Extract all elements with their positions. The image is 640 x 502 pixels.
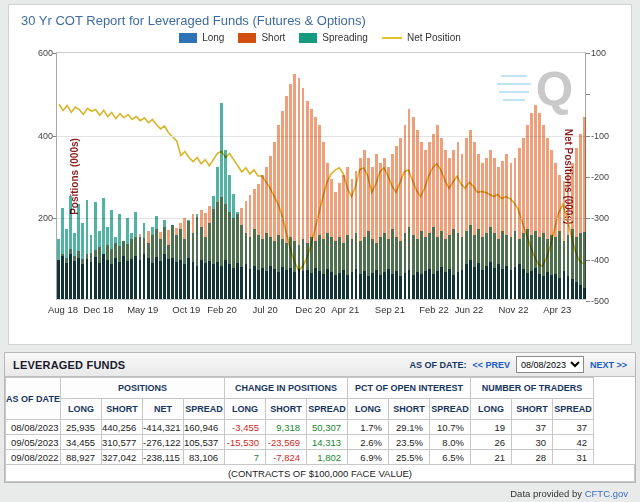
bar-group — [542, 51, 545, 299]
col-group-change-in-positions: CHANGE IN POSITIONS — [225, 378, 348, 399]
tick-mark — [52, 218, 56, 219]
bar-group — [391, 51, 394, 299]
bar-group — [293, 51, 296, 299]
bar-long — [77, 258, 80, 299]
cell-position: 105,537 — [184, 435, 225, 450]
cell-change: -23,569 — [266, 435, 307, 450]
bar-group — [126, 51, 129, 299]
bar-group — [351, 51, 354, 299]
bar-group — [530, 51, 533, 299]
bar-long — [69, 254, 72, 299]
bar-group — [167, 51, 170, 299]
x-axis-tick: Dec 18 — [83, 304, 113, 315]
bar-long — [518, 264, 521, 299]
bar-group — [261, 51, 264, 299]
table-row: 08/08/202325,935440,256-414,321160,946-3… — [6, 420, 635, 435]
bar-long — [65, 263, 68, 299]
cell-date: 09/05/2023 — [6, 435, 61, 450]
bar-group — [342, 51, 345, 299]
cell-position: 440,256 — [102, 420, 143, 435]
bar-long — [424, 271, 427, 299]
bar-group — [232, 51, 235, 299]
bar-long — [224, 260, 227, 299]
bar-long — [265, 271, 268, 299]
bar-long — [514, 267, 517, 299]
bar-long — [208, 261, 211, 299]
cell-date: 08/08/2023 — [6, 420, 61, 435]
prev-link[interactable]: << PREV — [472, 360, 510, 370]
tick-mark — [586, 301, 590, 302]
bar-long — [163, 254, 166, 299]
bar-group — [428, 51, 431, 299]
bar-group — [518, 51, 521, 299]
bar-group — [179, 51, 182, 299]
bar-group — [346, 51, 349, 299]
legend-label: Spreading — [322, 32, 368, 43]
cftc-link[interactable]: CFTC.gov — [585, 488, 628, 499]
bar-group — [175, 51, 178, 299]
cell-change: 1,802 — [307, 450, 348, 465]
bar-long — [367, 276, 370, 299]
bar-group — [448, 51, 451, 299]
bar-long — [179, 260, 182, 299]
bar-group — [228, 51, 231, 299]
bar-group — [114, 51, 117, 299]
right-axis-tick: 100 — [591, 48, 625, 58]
bar-long — [200, 260, 203, 299]
bar-group — [110, 51, 113, 299]
cell-change: 7 — [225, 450, 266, 465]
bar-long — [485, 266, 488, 299]
bar-group — [416, 51, 419, 299]
bar-long — [106, 260, 109, 299]
bar-long — [285, 270, 288, 299]
bar-long — [530, 271, 533, 299]
cell-position: 83,106 — [184, 450, 225, 465]
bar-group — [139, 51, 142, 299]
bar-long — [245, 264, 248, 299]
tick-mark — [586, 177, 590, 178]
next-link[interactable]: NEXT >> — [590, 360, 627, 370]
tick-mark — [52, 53, 56, 54]
bar-group — [481, 51, 484, 299]
x-axis-tick: Apr 23 — [543, 304, 571, 315]
bar-group — [575, 51, 578, 299]
bar-long — [501, 269, 504, 299]
bar-long — [90, 262, 93, 299]
bar-long — [302, 271, 305, 299]
col-group-positions: POSITIONS — [61, 378, 225, 399]
bar-long — [228, 264, 231, 299]
bar-group — [236, 51, 239, 299]
bar-long — [432, 274, 435, 299]
bar-group — [265, 51, 268, 299]
bar-long — [167, 259, 170, 299]
bar-long — [130, 259, 133, 300]
bar-group — [383, 51, 386, 299]
bar-group — [412, 51, 415, 299]
date-select[interactable]: 08/08/2023 — [516, 356, 584, 373]
x-axis-tick: Aug 18 — [48, 304, 78, 315]
cell-change: 14,313 — [307, 435, 348, 450]
bar-group — [200, 51, 203, 299]
tick-mark — [586, 218, 590, 219]
bar-long — [371, 273, 374, 299]
cell-pct-open-interest: 1.7% — [348, 420, 389, 435]
bar-group — [371, 51, 374, 299]
short-swatch-icon — [238, 33, 256, 43]
data-provider-note: Data provided by CFTC.gov — [510, 488, 628, 499]
bar-long — [428, 269, 431, 299]
bar-group — [143, 51, 146, 299]
bar-long — [583, 288, 586, 299]
bar-group — [387, 51, 390, 299]
bar-group — [61, 51, 64, 299]
bar-long — [183, 264, 186, 299]
bar-group — [306, 51, 309, 299]
bar-group — [330, 51, 333, 299]
bar-long — [249, 269, 252, 299]
col-subheader-long: LONG — [225, 399, 266, 420]
bar-group — [322, 51, 325, 299]
legend-label: Short — [261, 32, 285, 43]
col-subheader-spread: SPREAD — [430, 399, 471, 420]
bar-group — [208, 51, 211, 299]
bar-long — [269, 266, 272, 299]
bar-long — [196, 266, 199, 299]
